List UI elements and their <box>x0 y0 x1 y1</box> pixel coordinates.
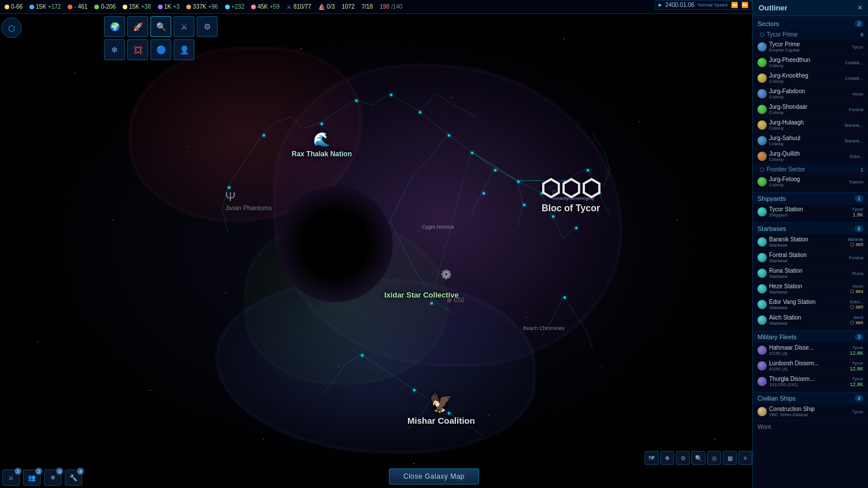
pause-button[interactable]: ▶ <box>659 2 662 8</box>
svg-line-51 <box>448 412 465 424</box>
colony-item-tycor-prime[interactable]: Tycor Prime Empire Capital Tycor <box>753 39 868 55</box>
colony-item-jurg-feloog[interactable]: Jurg-Feloog Colony Tralorn <box>753 174 868 190</box>
star-node[interactable] <box>575 227 578 229</box>
colony-item-jurg-fabdoon[interactable]: Jurg-Fabdoon Colony Heze <box>753 86 868 102</box>
military-fleets-header[interactable]: Military Fleets 3 <box>753 331 868 343</box>
civ-ship-item-construction[interactable]: Construction Ship TBC Yehm-Gilarud Tycor <box>753 404 868 420</box>
svg-line-33 <box>228 169 240 186</box>
svg-line-32 <box>240 152 251 169</box>
svg-line-14 <box>540 192 552 215</box>
map-ctrl-zoom[interactable]: 🔍 <box>692 451 705 465</box>
svg-line-62 <box>540 320 552 337</box>
star-node[interactable] <box>390 94 392 96</box>
star-node[interactable] <box>540 192 543 195</box>
station-icon <box>757 269 767 278</box>
colony-item-jurg-hulaagh[interactable]: Jurg-Hulaagh Colony Barank... <box>753 118 868 133</box>
svg-line-48 <box>396 377 413 389</box>
svg-line-26 <box>321 111 338 123</box>
colony-item-jurg-shondaar[interactable]: Jurg-Shondaar Colony Fontral <box>753 102 868 118</box>
subsection-tycor-prime[interactable]: ⬡ Tycor Prime 8 <box>753 30 868 39</box>
star-node[interactable] <box>448 134 450 137</box>
quick-btn-search[interactable]: 🔍 <box>150 16 171 37</box>
star-node[interactable] <box>523 204 525 206</box>
star-node[interactable] <box>552 215 554 218</box>
faction-emblem[interactable]: ⬡ <box>1 17 22 38</box>
star-node[interactable] <box>355 100 358 102</box>
colony-item-jurg-pheedthun[interactable]: Jurg-Pheedthun Colony Chibblr... <box>753 55 868 71</box>
civilian-ships-header[interactable]: Civilian Ships 4 <box>753 392 868 404</box>
colony-item-jurg-quillith[interactable]: Jurg-Quillith Colony Edor... <box>753 149 868 164</box>
shipyards-section: Shipyards 1 Tycor Station Shipyard Tycor… <box>753 191 868 221</box>
svg-line-21 <box>436 94 454 105</box>
star-node[interactable] <box>321 123 323 125</box>
svg-line-37 <box>390 198 402 221</box>
star-node[interactable] <box>431 302 433 304</box>
svg-line-36 <box>402 175 413 198</box>
star-node[interactable] <box>448 412 450 414</box>
star-node[interactable] <box>471 152 473 154</box>
close-galaxy-map-button[interactable]: Close Galaxy Map <box>389 468 479 485</box>
starbase-item-aiich[interactable]: Aiich Station Starbase Aiich ⬡ 886 <box>753 313 868 328</box>
second-btn-3[interactable]: 🔵 <box>150 39 171 60</box>
bottom-icon-combat[interactable]: ⚔ 2 <box>2 469 20 486</box>
map-ctrl-grid[interactable]: ▦ <box>723 451 737 465</box>
fleet-icon <box>757 361 767 370</box>
starbase-item-runa[interactable]: Runa Station Starbase Runa <box>753 266 868 281</box>
star-node[interactable] <box>413 389 415 391</box>
star-node[interactable] <box>263 134 265 137</box>
starbase-item-heze[interactable]: Heze Station Starbase Heze ⬡ 884 <box>753 281 868 297</box>
colony-item-jurg-knooltheg[interactable]: Jurg-Knooltheg Colony Chibblr... <box>753 71 868 86</box>
starbase-item-baranik[interactable]: Baranik Station Starbase Baranik ⬡ 885 <box>753 234 868 250</box>
map-ctrl-menu[interactable]: ≡ <box>738 451 752 465</box>
star-node[interactable] <box>517 181 520 183</box>
second-btn-4[interactable]: 👤 <box>174 39 194 60</box>
bottom-icon-cryo[interactable]: ❄ 3 <box>44 469 61 486</box>
quick-btn-fleets[interactable]: ⚔ <box>174 16 194 37</box>
fleet-item-thurgla[interactable]: Thurgla Dissem... 191/150 (191) Tycor 12… <box>753 374 868 390</box>
speed-up[interactable]: ⏩ <box>741 2 748 8</box>
game-speed: Normal Speed <box>698 2 727 8</box>
starbase-item-fontral[interactable]: Fontral Station Starbase Fontral <box>753 250 868 266</box>
quick-btn-settings[interactable]: ⚙ <box>197 16 218 37</box>
resource-alloys: -461 <box>68 3 87 10</box>
svg-line-46 <box>361 354 378 366</box>
starbases-header[interactable]: Starbases 6 <box>753 222 868 234</box>
svg-line-2 <box>471 152 494 169</box>
resource-minerals: 15K +172 <box>30 3 61 10</box>
star-node[interactable] <box>483 192 485 195</box>
svg-line-60 <box>587 331 593 348</box>
quick-btn-planets[interactable]: 🌍 <box>104 16 125 37</box>
map-ctrl-2[interactable]: ✥ <box>660 451 674 465</box>
quick-btn-ships[interactable]: 🚀 <box>127 16 148 37</box>
map-ctrl-target[interactable]: ◎ <box>707 451 721 465</box>
speed-down[interactable]: ⏪ <box>731 2 738 8</box>
map-ctrl-1[interactable]: 🗺 <box>645 451 659 465</box>
galaxy-map[interactable]: ⬡⬡⬡ Bloc of Tycor 🦅 Mishar Coalition 🌊 R… <box>0 0 752 488</box>
star-node[interactable] <box>564 181 566 183</box>
star-node[interactable] <box>419 111 421 113</box>
star-node[interactable] <box>587 169 589 171</box>
svg-line-9 <box>413 157 431 175</box>
star-node[interactable] <box>494 169 496 171</box>
second-btn-2[interactable]: 💢 <box>127 39 148 60</box>
bottom-icon-population[interactable]: 👥 2 <box>23 469 41 486</box>
svg-line-7 <box>587 169 604 186</box>
second-btn-1[interactable]: ❄ <box>104 39 125 60</box>
map-ctrl-settings[interactable]: ⚙ <box>676 451 690 465</box>
star-node[interactable] <box>361 354 363 357</box>
shipyard-item-tycor[interactable]: Tycor Station Shipyard Tycor 1.8K <box>753 204 868 220</box>
star-node[interactable] <box>598 192 601 195</box>
outliner-close[interactable]: ✕ <box>858 5 862 11</box>
fleet-item-hahmaar[interactable]: Hahmaar Disse... 3/150 (3) Tycor 12.8K <box>753 343 868 358</box>
star-node[interactable] <box>564 296 566 299</box>
svg-line-16 <box>564 227 575 239</box>
bottom-icon-tools[interactable]: 🔧 4 <box>65 469 82 486</box>
sectors-header[interactable]: Sectors 2 <box>753 17 868 30</box>
starbase-item-edor-vang[interactable]: Edor Vang Station Starbase Edor... ⬡ 885 <box>753 297 868 313</box>
subsection-frontier-sector[interactable]: ⬡ Frontier Sector 1 <box>753 164 868 174</box>
star-node[interactable] <box>228 186 230 189</box>
military-fleets-section: Military Fleets 3 Hahmaar Disse... 3/150… <box>753 329 868 391</box>
fleet-item-lurdoosh[interactable]: Lurdoosh Dissem... 4/150 (4) Tycor 12.8K <box>753 358 868 374</box>
shipyards-header[interactable]: Shipyards 1 <box>753 192 868 204</box>
colony-item-jurg-sahuul[interactable]: Jurg-Sahuul Colony Barank... <box>753 133 868 149</box>
